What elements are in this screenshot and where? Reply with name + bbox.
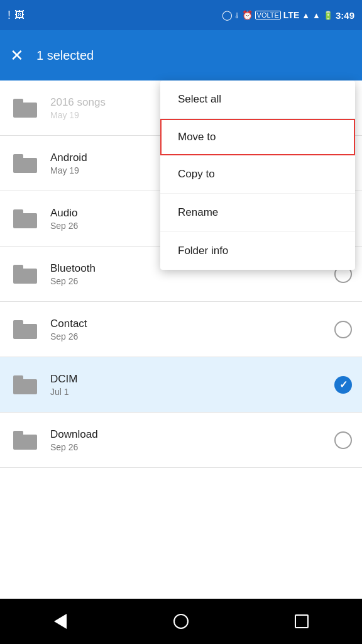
dropdown-item-move-to[interactable]: Move to	[160, 119, 355, 155]
item-name: DCIM	[50, 373, 334, 386]
select-all-label: Select all	[178, 93, 221, 105]
status-bar-right: ◯ ⫰ ⏰ VOLTE LTE ▲ ▲ 🔋 3:49	[222, 9, 354, 21]
folder-icon	[13, 431, 37, 450]
move-to-label: Move to	[178, 131, 216, 143]
folder-icon-container	[10, 259, 40, 289]
copy-to-label: Copy to	[178, 168, 215, 180]
back-button[interactable]	[41, 602, 79, 640]
signal2-icon: ▲	[312, 11, 321, 20]
back-icon	[54, 614, 67, 629]
item-text: DCIM Jul 1	[50, 373, 334, 397]
folder-icon	[13, 209, 37, 228]
alarm-icon: ⏰	[242, 10, 253, 20]
list-item[interactable]: Download Sep 26	[0, 413, 362, 468]
volte-label: VOLTE	[255, 11, 281, 19]
folder-icon	[13, 154, 37, 173]
folder-icon-container	[10, 204, 40, 234]
status-bar: ! 🖼 ◯ ⫰ ⏰ VOLTE LTE ▲ ▲ 🔋 3:49	[0, 0, 362, 30]
item-date: Sep 26	[50, 331, 334, 341]
item-date: Jul 1	[50, 387, 334, 397]
signal1-icon: ▲	[302, 11, 310, 20]
radio-button[interactable]	[334, 321, 352, 338]
recents-icon	[295, 614, 309, 628]
app-bar-title: 1 selected	[36, 48, 94, 63]
notification-icon: !	[8, 9, 11, 22]
rename-label: Rename	[178, 206, 218, 218]
dropdown-item-select-all[interactable]: Select all	[160, 80, 355, 119]
radio-button[interactable]	[334, 431, 352, 449]
folder-icon	[13, 320, 37, 339]
item-date: Sep 26	[50, 442, 334, 452]
bottom-nav	[0, 599, 362, 644]
radio-button-checked[interactable]	[334, 376, 352, 394]
home-button[interactable]	[162, 602, 200, 640]
battery-icon: 🔋	[323, 11, 333, 20]
folder-icon	[13, 375, 37, 394]
wifi-icon: ◯	[222, 9, 233, 21]
dropdown-item-folder-info[interactable]: Folder info	[160, 232, 355, 270]
folder-icon	[13, 265, 37, 284]
dropdown-item-copy-to[interactable]: Copy to	[160, 155, 355, 194]
list-item[interactable]: Contact Sep 26	[0, 302, 362, 357]
folder-icon-container	[10, 370, 40, 400]
item-name: Download	[50, 428, 334, 441]
item-name: Contact	[50, 318, 334, 330]
folder-icon-container	[10, 148, 40, 179]
folder-icon-container	[10, 425, 40, 455]
home-icon	[173, 614, 189, 629]
item-text: Download Sep 26	[50, 428, 334, 452]
app-bar: ✕ 1 selected	[0, 30, 362, 80]
status-bar-left: ! 🖼	[8, 9, 25, 22]
item-date: Sep 26	[50, 276, 334, 286]
dropdown-item-rename[interactable]: Rename	[160, 194, 355, 232]
dropdown-menu: Select all Move to Copy to Rename Folder…	[160, 80, 355, 270]
vibrate-icon: ⫰	[235, 10, 239, 20]
folder-icon-container	[10, 93, 40, 123]
folder-icon	[13, 99, 37, 118]
recents-button[interactable]	[283, 602, 321, 640]
image-icon: 🖼	[14, 9, 25, 21]
close-button[interactable]: ✕	[10, 46, 24, 65]
item-text: Contact Sep 26	[50, 318, 334, 341]
lte-label: LTE	[283, 10, 299, 20]
status-time: 3:49	[336, 10, 354, 21]
folder-icon-container	[10, 314, 40, 345]
folder-info-label: Folder info	[178, 245, 228, 257]
list-item-selected[interactable]: DCIM Jul 1	[0, 357, 362, 413]
